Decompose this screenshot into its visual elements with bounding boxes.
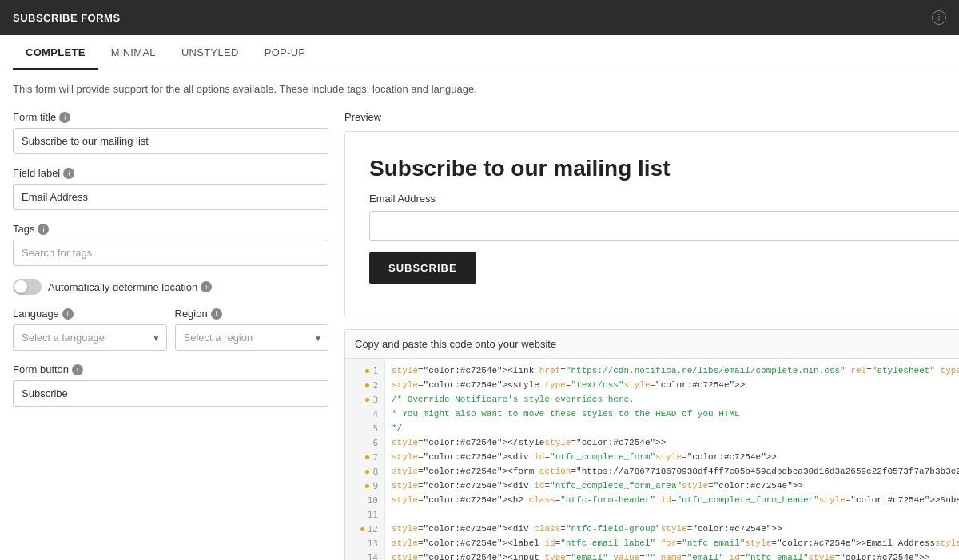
tags-info-icon[interactable]: i xyxy=(38,224,49,235)
language-select-wrapper: Select a language ▼ xyxy=(13,324,167,351)
form-button-input[interactable] xyxy=(13,380,328,407)
auto-location-info-icon[interactable]: i xyxy=(201,281,212,292)
tab-unstyled[interactable]: UNSTYLED xyxy=(169,35,252,70)
line-number: 8 xyxy=(345,464,384,479)
preview-email-input[interactable] xyxy=(369,211,959,241)
app-header: SUBSCRIBE FORMS i xyxy=(0,0,959,35)
line-number: 2 xyxy=(345,378,384,392)
tab-bar: COMPLETE MINIMAL UNSTYLED POP-UP xyxy=(0,35,959,70)
line-number: 6 xyxy=(345,435,384,450)
code-line: style="color:#c7254e"></stylestyle="colo… xyxy=(392,435,959,450)
code-line: style="color:#c7254e"><link href="https:… xyxy=(392,363,959,378)
line-number: 13 xyxy=(345,536,384,550)
language-select[interactable]: Select a language xyxy=(13,324,167,351)
line-number: 9 xyxy=(345,479,384,493)
preview-box: Subscribe to our mailing list Email Addr… xyxy=(344,131,959,316)
two-column-layout: Form title i Field label i Tags i xyxy=(13,111,946,560)
tags-label: Tags i xyxy=(13,223,328,235)
language-group: Language i Select a language ▼ xyxy=(13,308,167,351)
code-content: style="color:#c7254e"><link href="https:… xyxy=(385,359,959,560)
line-number: 3 xyxy=(345,392,384,407)
code-line: style="color:#c7254e"><label id="ntfc_em… xyxy=(392,536,959,550)
form-button-group: Form button i xyxy=(13,363,328,407)
code-line: style="color:#c7254e"><div id="ntfc_comp… xyxy=(392,479,959,493)
region-label: Region i xyxy=(175,308,329,320)
line-number: 4 xyxy=(345,407,384,421)
form-title-info-icon[interactable]: i xyxy=(59,112,70,123)
line-number: 10 xyxy=(345,493,384,507)
line-number: 12 xyxy=(345,522,384,536)
code-line: style="color:#c7254e"><style type="text/… xyxy=(392,378,959,392)
field-label-info-icon[interactable]: i xyxy=(63,168,74,179)
code-line: style="color:#c7254e"><h2 class="ntfc-fo… xyxy=(392,493,959,507)
code-line: * You might also want to move these styl… xyxy=(392,407,959,421)
language-label: Language i xyxy=(13,308,167,320)
form-title-group: Form title i xyxy=(13,111,328,154)
region-select[interactable]: Select a region xyxy=(175,324,329,351)
code-line: style="color:#c7254e"><form action="http… xyxy=(392,464,959,479)
preview-title: Subscribe to our mailing list xyxy=(369,156,959,181)
code-section: Copy and paste this code onto your websi… xyxy=(344,329,959,560)
form-title-label: Form title i xyxy=(13,111,328,123)
line-number: 1 xyxy=(345,363,384,378)
tags-input[interactable] xyxy=(13,240,328,266)
code-body[interactable]: 123456789101112131415161718192021 style=… xyxy=(345,359,959,560)
form-button-info-icon[interactable]: i xyxy=(72,364,83,375)
line-number: 7 xyxy=(345,450,384,464)
right-column: Preview Subscribe to our mailing list Em… xyxy=(344,111,959,560)
toggle-knob xyxy=(14,280,27,293)
tab-minimal[interactable]: MINIMAL xyxy=(98,35,169,70)
line-number: 11 xyxy=(345,507,384,522)
region-select-wrapper: Select a region ▼ xyxy=(175,324,329,351)
line-number: 14 xyxy=(345,550,384,560)
code-line: style="color:#c7254e"><div class="ntfc-f… xyxy=(392,522,959,536)
region-group: Region i Select a region ▼ xyxy=(175,308,329,351)
app-title: SUBSCRIBE FORMS xyxy=(13,12,121,24)
code-line: style="color:#c7254e"><div id="ntfc_comp… xyxy=(392,450,959,464)
page-description: This form will provide support for the a… xyxy=(13,83,946,95)
lang-region-row: Language i Select a language ▼ Region i xyxy=(13,308,328,351)
line-number: 5 xyxy=(345,421,384,435)
code-header: Copy and paste this code onto your websi… xyxy=(345,330,959,359)
preview-field-label: Email Address xyxy=(369,193,959,205)
tags-group: Tags i xyxy=(13,223,328,266)
code-line: /* Override Notificare's style overrides… xyxy=(392,392,959,407)
language-info-icon[interactable]: i xyxy=(62,308,74,320)
region-info-icon[interactable]: i xyxy=(211,308,222,320)
auto-location-label: Automatically determine location i xyxy=(48,281,212,293)
auto-location-toggle[interactable] xyxy=(13,279,42,295)
form-column: Form title i Field label i Tags i xyxy=(13,111,328,560)
code-line xyxy=(392,507,959,522)
preview-subscribe-button[interactable]: SUBSCRIBE xyxy=(369,252,476,284)
main-content: This form will provide support for the a… xyxy=(0,70,959,560)
code-line: */ xyxy=(392,421,959,435)
code-line: style="color:#c7254e"><input type="email… xyxy=(392,550,959,560)
preview-label: Preview xyxy=(344,111,959,123)
field-label-group: Field label i xyxy=(13,167,328,210)
tab-popup[interactable]: POP-UP xyxy=(252,35,319,70)
field-label-label: Field label i xyxy=(13,167,328,179)
form-title-input[interactable] xyxy=(13,128,328,154)
tab-complete[interactable]: COMPLETE xyxy=(13,35,98,70)
field-label-input[interactable] xyxy=(13,184,328,210)
line-numbers: 123456789101112131415161718192021 xyxy=(345,359,385,560)
auto-location-row: Automatically determine location i xyxy=(13,279,328,295)
form-button-label: Form button i xyxy=(13,363,328,375)
header-info-icon[interactable]: i xyxy=(932,10,946,25)
